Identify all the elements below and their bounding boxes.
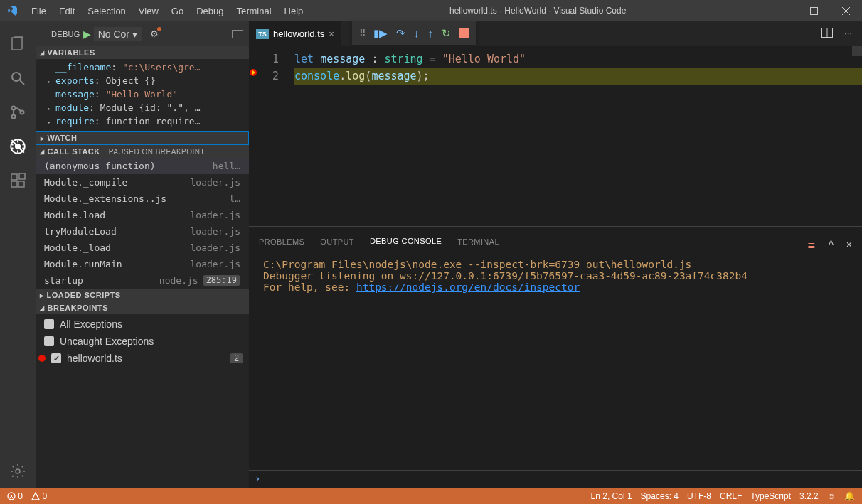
status-errors[interactable]: 0 xyxy=(7,491,23,501)
callstack-row[interactable]: Module._extensions..jsl… xyxy=(36,191,249,207)
feedback-icon[interactable]: ☺ xyxy=(827,491,836,501)
svg-rect-16 xyxy=(11,174,17,180)
menu-file[interactable]: File xyxy=(25,3,53,19)
callstack-row[interactable]: Module.runMainloader.js xyxy=(36,256,249,272)
callstack-row[interactable]: startupnode.js285:19 xyxy=(36,272,249,289)
split-editor-icon[interactable] xyxy=(821,28,833,40)
callstack-row[interactable]: tryModuleLoadloader.js xyxy=(36,223,249,240)
svg-line-15 xyxy=(23,148,25,149)
editor-tab[interactable]: TS helloworld.ts × xyxy=(249,21,341,46)
minimap[interactable] xyxy=(852,46,862,56)
status-language[interactable]: TypeScript xyxy=(750,491,791,501)
tab-terminal[interactable]: TERMINAL xyxy=(457,233,499,250)
debug-console-output[interactable]: C:\Program Files\nodejs\node.exe --inspe… xyxy=(249,250,862,470)
breakpoint-row[interactable]: Uncaught Exceptions xyxy=(36,333,249,350)
status-cursor[interactable]: Ln 2, Col 1 xyxy=(591,491,632,501)
callstack-row[interactable]: Module.loadloader.js xyxy=(36,207,249,223)
variable-row[interactable]: ▸module: Module {id: ".", … xyxy=(47,101,249,114)
scm-icon[interactable] xyxy=(0,95,36,129)
clear-console-icon[interactable]: ≣ xyxy=(807,239,816,250)
variable-row[interactable]: ▸exports: Object {} xyxy=(47,74,249,87)
status-encoding[interactable]: UTF-8 xyxy=(687,491,711,501)
checkbox-icon[interactable]: ✓ xyxy=(51,353,61,363)
menu-go[interactable]: Go xyxy=(165,3,190,19)
svg-line-4 xyxy=(20,80,24,85)
svg-rect-0 xyxy=(778,11,786,11)
configure-gear-icon[interactable]: ⚙ xyxy=(150,28,159,39)
breakpoint-row[interactable]: ✓helloworld.ts2 xyxy=(36,350,249,367)
step-into-button[interactable]: ↓ xyxy=(414,27,420,39)
svg-line-12 xyxy=(11,144,13,145)
start-debug-button[interactable]: ▶ xyxy=(83,28,91,40)
restart-button[interactable]: ↻ xyxy=(442,27,451,40)
variable-row[interactable]: __filename: "c:\Users\gre… xyxy=(47,60,249,74)
status-eol[interactable]: CRLF xyxy=(720,491,742,501)
variables-section[interactable]: VARIABLES xyxy=(36,46,249,59)
activity-bar xyxy=(0,21,36,488)
svg-line-13 xyxy=(23,144,25,145)
status-bar: 0 0 Ln 2, Col 1 Spaces: 4 UTF-8 CRLF Typ… xyxy=(0,488,862,504)
window-title: helloworld.ts - HelloWorld - Visual Stud… xyxy=(309,6,766,16)
tab-problems[interactable]: PROBLEMS xyxy=(259,233,304,250)
watch-section[interactable]: WATCH xyxy=(36,131,249,145)
collapse-panel-icon[interactable]: ^ xyxy=(829,239,834,250)
tab-output[interactable]: OUTPUT xyxy=(320,233,354,250)
docs-link[interactable]: https://nodejs.org/en/docs/inspector xyxy=(356,282,580,293)
menu-debug[interactable]: Debug xyxy=(190,3,230,19)
continue-button[interactable]: ▮▶ xyxy=(373,27,388,40)
svg-rect-18 xyxy=(18,181,24,187)
svg-rect-2 xyxy=(12,38,21,50)
stop-button[interactable] xyxy=(459,28,469,38)
bell-icon[interactable]: 🔔 xyxy=(844,491,855,501)
menu-bar: File Edit Selection View Go Debug Termin… xyxy=(25,3,309,19)
debug-icon[interactable] xyxy=(0,129,36,163)
status-ts-version[interactable]: 3.2.2 xyxy=(799,491,819,501)
checkbox-icon[interactable] xyxy=(44,319,54,329)
bottom-panel: PROBLEMS OUTPUT DEBUG CONSOLE TERMINAL ≣… xyxy=(249,226,862,488)
breakpoint-marker[interactable] xyxy=(250,69,257,76)
settings-icon[interactable] xyxy=(0,454,36,488)
tab-debug-console[interactable]: DEBUG CONSOLE xyxy=(370,232,442,250)
debug-console-icon[interactable] xyxy=(232,30,243,38)
close-button[interactable] xyxy=(830,0,862,21)
menu-terminal[interactable]: Terminal xyxy=(230,3,277,19)
checkbox-icon[interactable] xyxy=(44,336,54,346)
minimize-button[interactable] xyxy=(766,0,798,21)
loaded-scripts-section[interactable]: LOADED SCRIPTS xyxy=(36,289,249,301)
close-tab-icon[interactable]: × xyxy=(329,28,334,39)
menu-help[interactable]: Help xyxy=(278,3,310,19)
menu-selection[interactable]: Selection xyxy=(81,3,132,19)
svg-point-3 xyxy=(12,73,21,81)
callstack-row[interactable]: Module._loadloader.js xyxy=(36,240,249,256)
variable-row[interactable]: ▸require: function require… xyxy=(47,114,249,128)
svg-line-14 xyxy=(11,148,13,149)
code-editor[interactable]: 12 let message : string = "Hello World" … xyxy=(249,46,862,226)
svg-point-6 xyxy=(12,115,16,119)
debug-sidebar: DEBUG ▶ No Cor ▾ ⚙ VARIABLES __filename:… xyxy=(36,21,249,488)
callstack-row[interactable]: Module._compileloader.js xyxy=(36,174,249,191)
extensions-icon[interactable] xyxy=(0,163,36,198)
step-out-button[interactable]: ↑ xyxy=(428,27,434,39)
debug-repl-input[interactable]: › xyxy=(249,470,862,488)
status-warnings[interactable]: 0 xyxy=(31,491,47,501)
svg-point-5 xyxy=(12,107,16,110)
explorer-icon[interactable] xyxy=(0,27,36,61)
close-panel-icon[interactable]: × xyxy=(846,239,852,250)
breakpoint-row[interactable]: All Exceptions xyxy=(36,316,249,333)
search-icon[interactable] xyxy=(0,61,36,95)
status-indent[interactable]: Spaces: 4 xyxy=(641,491,679,501)
callstack-row[interactable]: (anonymous function) hell… xyxy=(36,158,249,174)
launch-config-select[interactable]: No Cor ▾ xyxy=(94,27,142,41)
breakpoint-icon xyxy=(38,355,46,362)
svg-rect-1 xyxy=(811,7,818,14)
debug-toolbar[interactable]: ⠿ ▮▶ ↷ ↓ ↑ ↻ xyxy=(352,21,476,45)
breakpoints-section[interactable]: BREAKPOINTS xyxy=(36,301,249,314)
step-over-button[interactable]: ↷ xyxy=(396,27,405,40)
more-icon[interactable]: ··· xyxy=(844,28,852,40)
drag-handle-icon[interactable]: ⠿ xyxy=(359,28,365,38)
menu-view[interactable]: View xyxy=(132,3,165,19)
menu-edit[interactable]: Edit xyxy=(53,3,81,19)
variable-row[interactable]: message: "Hello World" xyxy=(47,87,249,101)
callstack-section[interactable]: CALL STACKPAUSED ON BREAKPOINT xyxy=(36,145,249,158)
maximize-button[interactable] xyxy=(798,0,830,21)
